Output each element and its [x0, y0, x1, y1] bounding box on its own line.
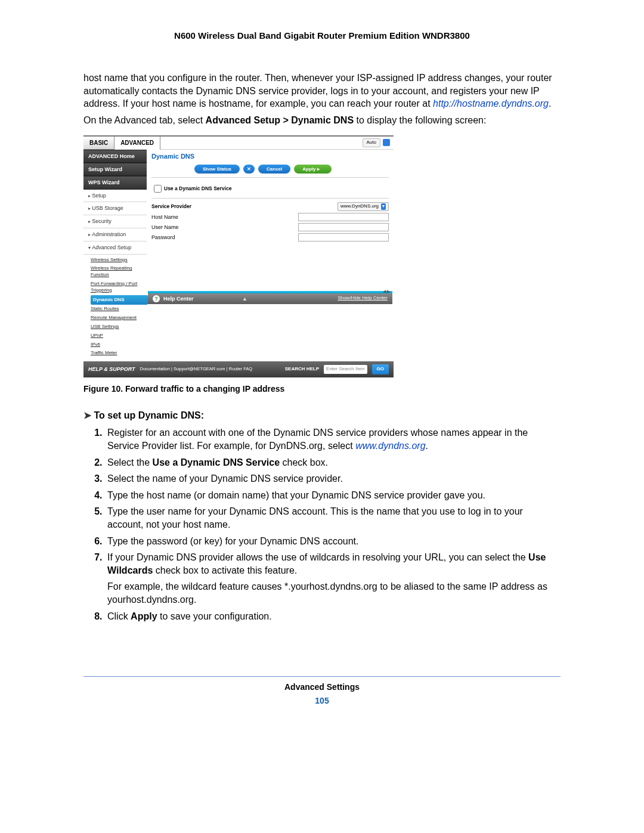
sub-port-forwarding[interactable]: Port Forwarding / Port Triggering: [91, 280, 147, 295]
cancel-button[interactable]: Cancel: [258, 165, 290, 174]
service-provider-select[interactable]: www.DynDNS.org ▾: [338, 202, 389, 211]
sub-wireless-settings[interactable]: Wireless Settings: [91, 256, 147, 265]
intro2-a: On the Advanced tab, select: [83, 115, 206, 125]
help-icon: ?: [153, 295, 160, 302]
sidebar-advanced-sublist: Wireless Settings Wireless Repeating Fun…: [83, 255, 147, 362]
sub-dynamic-dns[interactable]: Dynamic DNS: [91, 295, 148, 305]
step-3: Select the name of your Dynamic DNS serv…: [105, 472, 561, 485]
search-help-label: SEARCH HELP: [285, 366, 319, 373]
use-ddns-checkbox[interactable]: [154, 185, 162, 193]
help-support-bar: HELP & SUPPORT Documentation | Support@N…: [83, 361, 394, 377]
procedure-steps: Register for an account with one of the …: [105, 426, 561, 623]
show-status-button[interactable]: Show Status: [194, 165, 240, 174]
sub-upnp[interactable]: UPnP: [91, 332, 147, 340]
password-input[interactable]: [298, 233, 389, 241]
step2-b: check box.: [280, 457, 328, 467]
host-name-input[interactable]: [298, 213, 389, 221]
chevron-up-icon[interactable]: ▲: [242, 295, 247, 302]
footer-section: Advanced Settings: [83, 682, 561, 693]
sub-usb-settings[interactable]: USB Settings: [91, 323, 147, 332]
host-name-label: Host Name: [151, 213, 229, 221]
apply-button[interactable]: Apply: [294, 165, 331, 174]
sidebar-administration[interactable]: Administration: [83, 228, 147, 241]
sidebar: ADVANCED Home Setup Wizard WPS Wizard Se…: [83, 150, 147, 361]
tab-basic[interactable]: BASIC: [83, 137, 114, 150]
sidebar-wps-wizard[interactable]: WPS Wizard: [83, 176, 147, 189]
step-1: Register for an account with one of the …: [105, 426, 561, 452]
help-support-label: HELP & SUPPORT: [88, 366, 135, 373]
page-footer: Advanced Settings 105: [83, 682, 561, 707]
step2-a: Select the: [107, 457, 153, 467]
help-center-bar[interactable]: ? Help Center ▲ Show/Hide Help Center: [148, 293, 392, 304]
document-header: N600 Wireless Dual Band Gigabit Router P…: [83, 30, 561, 42]
sub-remote-management[interactable]: Remote Management: [91, 314, 147, 323]
go-button[interactable]: GO: [372, 364, 389, 374]
tab-bar: BASIC ADVANCED Auto: [83, 137, 394, 150]
procedure-heading: To set up Dynamic DNS:: [83, 409, 561, 422]
footer-rule: [83, 676, 561, 677]
intro-paragraph-2: On the Advanced tab, select Advanced Set…: [83, 114, 561, 127]
auto-refresh-label: Auto: [363, 138, 380, 147]
auto-refresh-toggle[interactable]: [383, 139, 390, 146]
step1-end: .: [426, 441, 428, 451]
step7-a: If your Dynamic DNS provider allows the …: [107, 552, 528, 562]
step-7: If your Dynamic DNS provider allows the …: [105, 551, 561, 606]
help-center-label: Help Center: [163, 295, 194, 302]
step-2: Select the Use a Dynamic DNS Service che…: [105, 456, 561, 469]
step8-a: Click: [107, 611, 131, 621]
sidebar-usb-storage[interactable]: USB Storage: [83, 202, 147, 215]
service-provider-value: www.DynDNS.org: [340, 203, 379, 210]
step8-bold: Apply: [131, 611, 157, 621]
sidebar-security[interactable]: Security: [83, 215, 147, 228]
accent-divider: [148, 291, 392, 293]
sidebar-setup[interactable]: Setup: [83, 190, 147, 203]
step-8: Click Apply to save your configuration.: [105, 610, 561, 623]
user-name-label: User Name: [151, 224, 229, 231]
tab-advanced[interactable]: ADVANCED: [114, 137, 160, 150]
step2-bold: Use a Dynamic DNS Service: [153, 457, 280, 467]
chevron-down-icon: ▾: [381, 203, 386, 210]
intro-paragraph-1: host name that you configure in the rout…: [83, 72, 561, 110]
pane-title: Dynamic DNS: [147, 150, 394, 163]
dyndns-link[interactable]: www.dyndns.org: [355, 441, 425, 451]
use-ddns-label: Use a Dynamic DNS Service: [164, 185, 231, 192]
password-label: Password: [151, 234, 229, 241]
cancel-x-button[interactable]: ✕: [243, 165, 255, 174]
sub-static-routes[interactable]: Static Routes: [91, 305, 147, 314]
hostname-link[interactable]: http://hostname.dyndns.org: [433, 98, 549, 109]
search-help-input[interactable]: Enter Search Item: [324, 365, 367, 374]
step8-b: to save your configuration.: [157, 611, 272, 621]
step7-p2: For example, the wildcard feature causes…: [107, 580, 561, 606]
user-name-input[interactable]: [298, 223, 389, 231]
step1-text: Register for an account with one of the …: [107, 428, 528, 451]
step-4: Type the host name (or domain name) that…: [105, 489, 561, 502]
help-support-links[interactable]: Documentation | Support@NETGEAR.com | Ro…: [140, 366, 253, 372]
main-pane: Dynamic DNS Show Status ✕ Cancel Apply U…: [147, 150, 394, 361]
sidebar-advanced-setup[interactable]: Advanced Setup: [83, 241, 147, 255]
step-5: Type the user name for your Dynamic DNS …: [105, 505, 561, 531]
router-ui-screenshot: BASIC ADVANCED Auto ADVANCED Home Setup …: [83, 135, 394, 377]
intro-text-end: .: [549, 98, 551, 109]
service-provider-label: Service Provider: [151, 203, 229, 210]
sidebar-advanced-home[interactable]: ADVANCED Home: [83, 150, 147, 163]
sidebar-setup-wizard[interactable]: Setup Wizard: [83, 163, 147, 176]
footer-page-number: 105: [83, 695, 561, 707]
help-center-toggle[interactable]: Show/Hide Help Center: [338, 295, 388, 302]
step7-b: check box to activate this feature.: [153, 565, 297, 575]
figure-caption: Figure 10. Forward traffic to a changing…: [83, 383, 561, 395]
nav-path: Advanced Setup > Dynamic DNS: [206, 115, 354, 125]
sub-wireless-repeating[interactable]: Wireless Repeating Function: [91, 264, 147, 280]
sub-traffic-meter[interactable]: Traffic Meter: [91, 349, 147, 358]
intro2-b: to display the following screen:: [354, 115, 486, 125]
step-6: Type the password (or key) for your Dyna…: [105, 535, 561, 548]
sub-ipv6[interactable]: IPv6: [91, 340, 147, 349]
